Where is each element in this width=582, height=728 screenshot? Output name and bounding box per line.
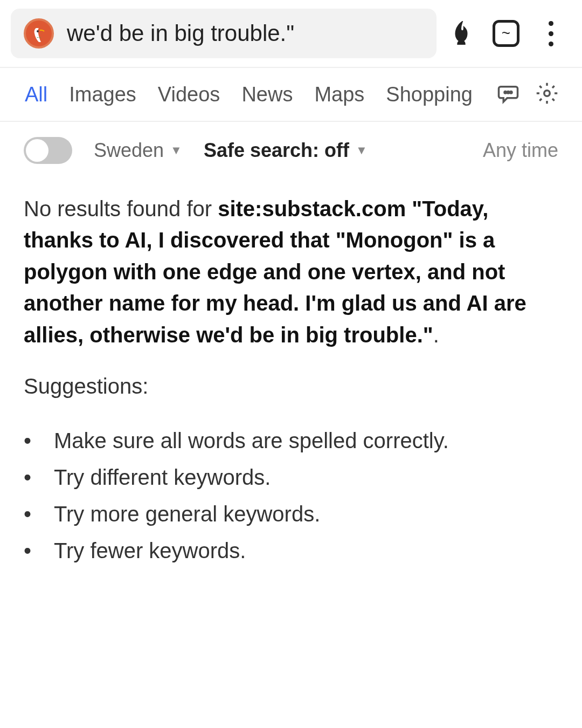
suggestions-list: Make sure all words are spelled correctl…	[24, 422, 558, 569]
results-area: No results found for site:substack.com "…	[0, 177, 582, 585]
suggestions-heading: Suggestions:	[24, 374, 558, 399]
svg-point-2	[504, 92, 507, 94]
tabs-count: ~	[502, 25, 510, 42]
overflow-menu-icon[interactable]	[536, 18, 566, 49]
tab-shopping[interactable]: Shopping	[385, 83, 474, 106]
region-label: Sweden	[94, 139, 164, 162]
settings-gear-icon[interactable]	[536, 82, 558, 107]
chevron-down-icon: ▼	[170, 143, 182, 157]
no-results-prefix: No results found for	[24, 197, 218, 221]
svg-point-1	[37, 30, 39, 32]
svg-point-4	[510, 92, 512, 94]
header-actions: ~	[446, 18, 571, 49]
tab-maps[interactable]: Maps	[313, 83, 365, 106]
chat-icon[interactable]	[497, 82, 519, 107]
tabs-right-actions	[497, 82, 558, 107]
tab-videos[interactable]: Videos	[157, 83, 221, 106]
safe-search-label: Safe search: off	[204, 139, 349, 162]
time-label: Any time	[483, 139, 558, 162]
duckduckgo-logo-icon[interactable]	[24, 18, 54, 49]
svg-point-3	[507, 92, 509, 94]
tabs-button[interactable]: ~	[493, 20, 519, 47]
chevron-down-icon: ▼	[356, 143, 368, 157]
no-results-message: No results found for site:substack.com "…	[24, 193, 558, 351]
region-filter[interactable]: Sweden ▼	[94, 139, 182, 162]
list-item: Make sure all words are spelled correctl…	[24, 422, 558, 459]
time-filter[interactable]: Any time	[483, 139, 558, 162]
no-results-suffix: .	[433, 323, 439, 347]
toggle-knob	[26, 139, 48, 162]
search-box[interactable]	[11, 9, 436, 58]
list-item: Try more general keywords.	[24, 496, 558, 532]
search-filters: Sweden ▼ Safe search: off ▼ Any time	[0, 122, 582, 177]
fire-icon[interactable]	[446, 18, 476, 49]
search-category-tabs: All Images Videos News Maps Shopping	[0, 68, 582, 122]
tab-all[interactable]: All	[24, 83, 48, 106]
tabs-scroll[interactable]: All Images Videos News Maps Shopping	[24, 83, 477, 106]
search-input[interactable]	[67, 20, 424, 46]
browser-header: ~	[0, 0, 582, 68]
region-toggle[interactable]	[24, 137, 72, 164]
list-item: Try fewer keywords.	[24, 532, 558, 569]
svg-point-5	[544, 91, 550, 97]
safe-search-filter[interactable]: Safe search: off ▼	[204, 139, 368, 162]
tab-images[interactable]: Images	[68, 83, 137, 106]
list-item: Try different keywords.	[24, 459, 558, 496]
tab-news[interactable]: News	[240, 83, 294, 106]
